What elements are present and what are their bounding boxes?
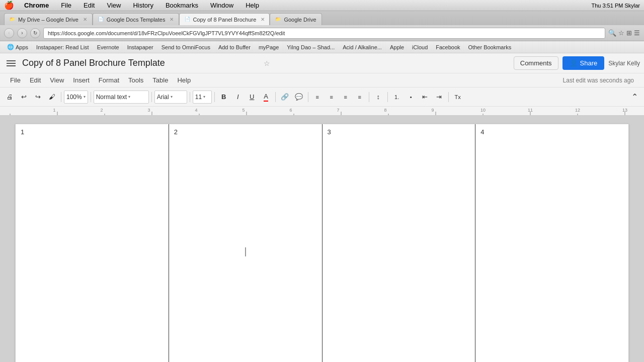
refresh-button[interactable]: ↻ <box>30 28 40 38</box>
share-button[interactable]: 👤 Share <box>562 56 605 70</box>
justify-button[interactable]: ≡ <box>353 90 366 104</box>
decrease-indent-button[interactable]: ⇤ <box>419 90 432 104</box>
hamburger-line-1 <box>7 60 16 61</box>
docs-insert-menu[interactable]: Insert <box>69 75 94 85</box>
font-select[interactable]: Arial ▾ <box>154 90 187 104</box>
apple-menu[interactable]: 🍎 <box>4 1 14 10</box>
clear-formatting-button[interactable]: Tx <box>451 90 464 104</box>
docs-format-menu[interactable]: Format <box>95 75 123 85</box>
print-button[interactable]: 🖨 <box>3 90 16 104</box>
align-left-button[interactable]: ≡ <box>311 90 324 104</box>
italic-button[interactable]: I <box>231 90 245 104</box>
tab-close-drive[interactable]: ✕ <box>83 17 87 22</box>
tab-drive[interactable]: 📁 My Drive – Google Drive ✕ <box>4 13 93 25</box>
panel-2[interactable]: 2 <box>169 124 323 362</box>
bookmark-instapaper-read[interactable]: Instapaper: Read List <box>33 43 92 51</box>
star-icon[interactable]: ☆ <box>618 29 624 37</box>
panel-number-2: 2 <box>174 128 178 136</box>
docs-table-menu[interactable]: Table <box>148 75 172 85</box>
bookmark-icloud[interactable]: iCloud <box>409 43 431 51</box>
increase-indent-button[interactable]: ⇥ <box>433 90 446 104</box>
bookmark-yiing[interactable]: YiIng Dao – Shad... <box>284 43 338 51</box>
insert-link-button[interactable]: 🔗 <box>278 90 291 104</box>
bookmark-label-evernote: Evernote <box>97 44 119 50</box>
docs-title[interactable]: Copy of 8 Panel Brochure Template <box>22 58 258 68</box>
docs-hamburger-menu[interactable] <box>4 56 18 70</box>
bookmark-mypage[interactable]: myPage <box>256 43 282 51</box>
tab-close-brochure[interactable]: ✕ <box>261 17 265 22</box>
font-size-value: 11 <box>195 94 202 101</box>
toolbar-divider-7 <box>308 92 308 102</box>
redo-button[interactable]: ↪ <box>31 90 44 104</box>
tab-brochure[interactable]: 📄 Copy of 8 Panel Brochure ✕ <box>179 13 270 25</box>
chrome-menu[interactable]: Chrome <box>22 2 51 9</box>
text-color-button[interactable]: A <box>260 90 273 104</box>
numbered-list-button[interactable]: 1. <box>390 90 404 104</box>
help-menu[interactable]: Help <box>244 2 261 9</box>
back-button[interactable]: ‹ <box>4 28 14 38</box>
edit-menu[interactable]: Edit <box>82 2 97 9</box>
docs-edit-menu[interactable]: Edit <box>26 75 45 85</box>
settings-icon[interactable]: ☰ <box>634 29 640 37</box>
view-menu[interactable]: View <box>105 2 123 9</box>
address-bar[interactable]: https://docs.google.com/document/d/18vFR… <box>43 28 605 39</box>
search-icon[interactable]: 🔍 <box>608 29 616 37</box>
collapse-toolbar-button[interactable]: ⌃ <box>628 90 641 104</box>
user-avatar[interactable]: Skylar Kelly <box>608 60 640 67</box>
docs-view-menu[interactable]: View <box>46 75 68 85</box>
share-icon: 👤 <box>570 59 578 67</box>
bookmark-buffer[interactable]: Add to Buffer <box>215 43 254 51</box>
zoom-select[interactable]: 100% ▾ <box>64 90 88 104</box>
extensions-icon[interactable]: ⊞ <box>626 29 632 37</box>
svg-text:6: 6 <box>289 108 292 113</box>
forward-button[interactable]: › <box>17 28 27 38</box>
comments-button[interactable]: Comments <box>514 56 558 70</box>
last-edit-status: Last edit was seconds ago <box>563 77 634 84</box>
paint-format-button[interactable]: 🖌 <box>45 90 58 104</box>
align-center-button[interactable]: ≡ <box>325 90 338 104</box>
bullet-list-button[interactable]: • <box>405 90 418 104</box>
bookmark-label-apple: Apple <box>390 44 404 50</box>
font-size-select[interactable]: 11 ▾ <box>193 90 212 104</box>
panel-1[interactable]: 1 <box>16 124 169 362</box>
svg-text:12: 12 <box>575 108 580 113</box>
history-menu[interactable]: History <box>131 2 155 9</box>
zoom-arrow-icon: ▾ <box>84 95 86 99</box>
docs-file-menu[interactable]: File <box>6 75 25 85</box>
bookmark-instapaper[interactable]: Instapaper <box>124 43 156 51</box>
bookmark-other[interactable]: Other Bookmarks <box>465 43 515 51</box>
undo-button[interactable]: ↩ <box>17 90 30 104</box>
style-select[interactable]: Normal text ▾ <box>94 90 149 104</box>
tab-templates[interactable]: 📄 Google Docs Templates ✕ <box>93 13 180 25</box>
docs-help-menu[interactable]: Help <box>173 75 195 85</box>
svg-text:13: 13 <box>622 108 627 113</box>
address-text: https://docs.google.com/document/d/18vFR… <box>48 30 285 36</box>
tab-close-templates[interactable]: ✕ <box>170 17 174 22</box>
ruler: 1 2 3 4 5 6 7 8 9 10 11 12 13 <box>0 107 644 116</box>
text-cursor <box>245 247 246 256</box>
insert-comment-button[interactable]: 💬 <box>292 90 305 104</box>
star-favorite-icon[interactable]: ☆ <box>264 59 270 67</box>
tab-drive2[interactable]: 📁 Google Drive <box>270 13 321 25</box>
panel-3[interactable]: 3 <box>323 124 476 362</box>
doc-area[interactable]: 1 2 3 4 <box>0 116 644 362</box>
bookmark-omnifocus[interactable]: Send to OmniFocus <box>158 43 213 51</box>
bookmark-evernote[interactable]: Evernote <box>94 43 122 51</box>
bookmark-acid[interactable]: Acid / Alkaline... <box>340 43 385 51</box>
file-menu[interactable]: File <box>59 2 73 9</box>
bookmark-apps[interactable]: 🌐 Apps <box>4 43 31 51</box>
clock: Thu 3:51 PM Skylar <box>591 3 640 9</box>
tab-bar: 📁 My Drive – Google Drive ✕ 📄 Google Doc… <box>0 11 644 25</box>
bold-button[interactable]: B <box>217 90 230 104</box>
window-menu[interactable]: Window <box>208 2 235 9</box>
bookmark-label-acid: Acid / Alkaline... <box>343 44 382 50</box>
align-right-button[interactable]: ≡ <box>339 90 352 104</box>
docs-tools-menu[interactable]: Tools <box>124 75 147 85</box>
line-spacing-button[interactable]: ↕ <box>372 90 385 104</box>
underline-button[interactable]: U <box>246 90 259 104</box>
panel-4[interactable]: 4 <box>475 124 628 362</box>
tab-label-drive2: Google Drive <box>284 17 316 23</box>
bookmarks-menu[interactable]: Bookmarks <box>164 2 200 9</box>
bookmark-facebook[interactable]: Facebook <box>433 43 463 51</box>
bookmark-apple[interactable]: Apple <box>387 43 407 51</box>
